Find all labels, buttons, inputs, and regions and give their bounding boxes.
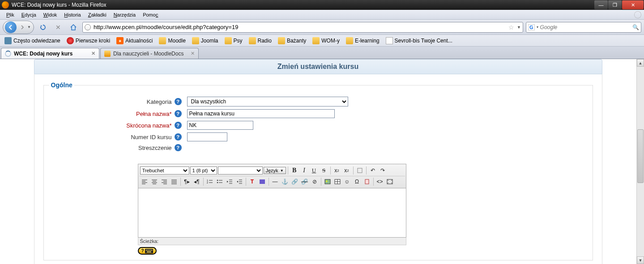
svg-rect-41	[147, 250, 148, 251]
editor-ul-button[interactable]	[215, 177, 224, 186]
editor-undo-button[interactable]: ↶	[368, 166, 377, 175]
editor-strike-button[interactable]: S	[320, 166, 328, 175]
reload-button[interactable]	[37, 21, 49, 34]
editor-outdent-button[interactable]	[225, 177, 234, 186]
help-icon[interactable]: ?	[175, 98, 182, 105]
editor-superscript-button[interactable]: x2	[342, 166, 351, 175]
bookmark-joomla[interactable]: Joomla	[189, 36, 221, 45]
tab-wce-dodaj[interactable]: WCE: Dodaj nowy kurs ✕	[1, 48, 99, 59]
forward-button[interactable]	[18, 23, 26, 31]
svg-text:2: 2	[207, 181, 208, 184]
editor-underline-button[interactable]: U	[310, 166, 319, 175]
editor-font-select[interactable]: Trebuchet	[140, 166, 189, 175]
vertical-scrollbar[interactable]: ▲ ▼	[636, 59, 644, 264]
editor-smiley-button[interactable]: ☺	[343, 177, 352, 186]
search-submit-icon[interactable]: 🔍	[632, 24, 639, 30]
url-bar[interactable]: ☆ ▼	[82, 22, 523, 33]
scroll-track[interactable]	[637, 67, 644, 256]
scroll-thumb[interactable]	[637, 129, 644, 183]
fullname-input[interactable]	[187, 109, 335, 118]
editor-ltr-button[interactable]: ¶▸	[183, 177, 192, 186]
search-engine-dropdown-icon[interactable]: ▾	[537, 25, 538, 29]
bookmark-radio[interactable]: Radio	[246, 36, 274, 45]
bookmark-elearning[interactable]: E-learning	[343, 36, 382, 45]
editor-redo-button[interactable]: ↷	[378, 166, 387, 175]
category-select[interactable]: Dla wszystkich	[187, 97, 348, 106]
search-input[interactable]	[540, 24, 631, 30]
bookmark-star-icon[interactable]: ☆	[508, 24, 514, 31]
editor-unlink-button[interactable]: 🔗	[300, 177, 309, 186]
editor-subscript-button[interactable]: x2	[333, 166, 341, 175]
editor-bold-button[interactable]: B	[290, 166, 299, 175]
editor-nolink-button[interactable]: ⊘	[310, 177, 319, 186]
editor-hr-button[interactable]: —	[271, 177, 280, 186]
menu-plik[interactable]: Plik	[3, 11, 18, 18]
window-close-button[interactable]: ✕	[622, 0, 644, 9]
site-identity-icon[interactable]	[85, 24, 91, 30]
editor-align-right-button[interactable]	[160, 177, 169, 186]
menu-historia[interactable]: Historia	[60, 11, 84, 18]
home-button[interactable]	[67, 21, 80, 34]
stop-button[interactable]: ✕	[52, 21, 64, 34]
bookmark-womy[interactable]: WOM-y	[310, 36, 342, 45]
menu-zakladki[interactable]: Zakładki	[85, 11, 110, 18]
bookmark-bazanty[interactable]: Bażanty	[275, 36, 309, 45]
editor-clean-button[interactable]	[355, 166, 364, 175]
editor-search-button[interactable]	[363, 177, 371, 186]
idnumber-input[interactable]	[187, 132, 227, 141]
editor-lang-button[interactable]: Język▼	[264, 167, 286, 174]
scroll-up-button[interactable]: ▲	[637, 59, 644, 67]
help-icon[interactable]: ?	[175, 133, 182, 141]
bookmark-sevroll[interactable]: Sevroll-bis Twoje Cent...	[383, 36, 455, 45]
editor-align-justify-button[interactable]	[170, 177, 179, 186]
editor-image-button[interactable]	[323, 177, 332, 186]
window-title: WCE: Dodaj nowy kurs - Mozilla Firefox	[11, 2, 594, 8]
editor-bgcolor-button[interactable]	[258, 177, 267, 186]
help-icon[interactable]: ?	[175, 110, 182, 117]
editor-textcolor-button[interactable]: T	[248, 177, 257, 186]
help-icon[interactable]: ?	[175, 144, 182, 151]
row-shortname: Skrócona nazwa* ?	[49, 121, 587, 130]
editor-ol-button[interactable]: 12	[205, 177, 214, 186]
editor-char-button[interactable]: Ω	[353, 177, 362, 186]
bookmark-psy[interactable]: Psy	[222, 36, 245, 45]
menu-edycja[interactable]: Edycja	[18, 11, 40, 18]
editor-table-button[interactable]	[333, 177, 342, 186]
help-icon[interactable]: ?	[175, 122, 182, 129]
menu-pomoc[interactable]: Pomoc	[139, 11, 162, 18]
tab-moodledocs[interactable]: Dla nauczycieli - MoodleDocs ✕	[100, 48, 199, 59]
label-fullname: Pełna nazwa*	[49, 111, 175, 117]
editor-rtl-button[interactable]: ◂¶	[192, 177, 201, 186]
editor-size-select[interactable]: 1 (8 pt)	[190, 166, 217, 175]
editor-link-button[interactable]: 🔗	[290, 177, 299, 186]
history-dropdown-button[interactable]: ▼	[27, 25, 32, 29]
window-minimize-button[interactable]: —	[594, 0, 608, 9]
window-maximize-button[interactable]: ❐	[608, 0, 622, 9]
menu-narzedzia[interactable]: Narzędzia	[110, 11, 140, 18]
url-history-dropdown-icon[interactable]: ▼	[517, 25, 521, 30]
editor-indent-button[interactable]	[235, 177, 244, 186]
tab-close-icon[interactable]: ✕	[191, 51, 195, 56]
search-bar[interactable]: G ▾ 🔍	[526, 22, 641, 33]
back-button[interactable]	[5, 21, 17, 33]
editor-italic-button[interactable]: I	[300, 166, 309, 175]
search-engine-icon[interactable]: G	[528, 24, 535, 30]
bookmark-moodle[interactable]: Moodle	[156, 36, 188, 45]
editor-keyboard-badge[interactable]: ?	[138, 247, 157, 255]
editor-align-left-button[interactable]	[140, 177, 149, 186]
shortname-input[interactable]	[187, 121, 253, 130]
bookmark-aktualnosci[interactable]: ๑Aktualności	[114, 36, 155, 45]
url-input[interactable]	[94, 24, 506, 30]
editor-anchor-button[interactable]: ⚓	[281, 177, 290, 186]
bookmark-pierwsze-kroki[interactable]: Pierwsze kroki	[64, 36, 113, 45]
editor-html-button[interactable]: <>	[375, 177, 384, 186]
editor-fullscreen-button[interactable]	[385, 177, 394, 186]
bookmark-czesto-odwiedzane[interactable]: Często odwiedzane	[2, 36, 63, 45]
editor-textarea[interactable]	[138, 188, 406, 238]
scroll-down-button[interactable]: ▼	[637, 256, 644, 264]
tab-close-icon[interactable]: ✕	[91, 51, 95, 56]
editor-align-center-button[interactable]	[150, 177, 159, 186]
fieldset-ogolne: Ogólne Kategoria ? Dla wszystkich Pełna …	[43, 81, 593, 260]
editor-style-select[interactable]	[218, 166, 263, 175]
menu-widok[interactable]: Widok	[40, 11, 61, 18]
